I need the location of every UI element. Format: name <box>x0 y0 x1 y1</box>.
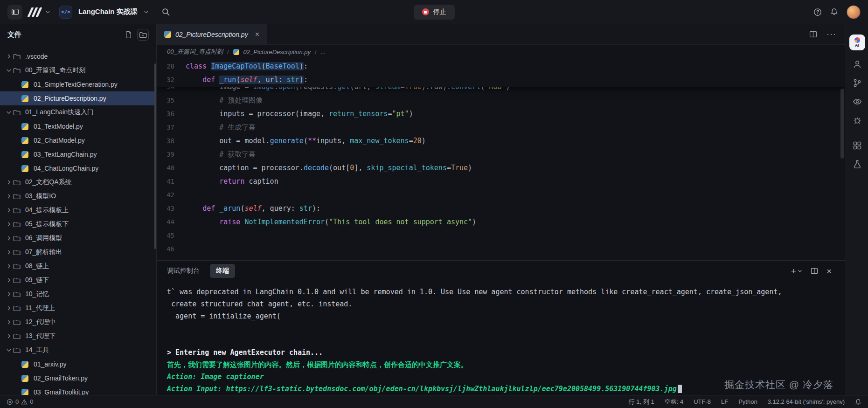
tree-file-item[interactable]: 02_PictureDescription.py <box>0 91 156 105</box>
agent-icon[interactable] <box>853 60 862 69</box>
close-panel-icon[interactable]: × <box>826 267 832 276</box>
sidebar-scrollbar[interactable] <box>154 63 156 249</box>
tree-item-label: 02_GmailToken.py <box>34 374 88 382</box>
stop-button[interactable]: 停止 <box>414 5 455 20</box>
chevron-right-icon <box>5 180 13 185</box>
tree-folder-item[interactable]: 08_链上 <box>0 259 156 273</box>
folder-icon <box>13 290 22 298</box>
tree-folder-item[interactable]: 02_文档QA系统 <box>0 175 156 189</box>
new-terminal-button[interactable]: + <box>791 267 802 276</box>
statusbar-left: 0 0 <box>7 398 33 405</box>
source-control-icon[interactable] <box>853 78 862 88</box>
new-file-icon[interactable] <box>125 31 132 39</box>
workspace-name[interactable]: LangChain 实战课 <box>78 7 138 16</box>
code-line: 40 caption = processor.decode(out[0], sk… <box>157 161 846 175</box>
plus-icon: + <box>791 267 796 276</box>
tree-file-item[interactable]: 03_TextLangChain.py <box>0 147 156 161</box>
titlebar: </> LangChain 实战课 停止 <box>0 0 868 24</box>
help-icon[interactable] <box>813 8 822 16</box>
terminal-cursor <box>678 385 682 393</box>
editor-column: 02_PictureDescription.py × ··· 00_开篇词_奇点… <box>157 24 846 395</box>
indentation[interactable]: 空格: 4 <box>665 398 683 406</box>
bottom-panel: 调试控制台 终端 + × t` was deprecated in LangCh… <box>157 260 846 395</box>
breadcrumb-file[interactable]: 02_PictureDescription.py <box>243 48 311 55</box>
tree-folder-item[interactable]: 03_模型IO <box>0 189 156 203</box>
line-number: 42 <box>157 188 186 202</box>
editor-tab[interactable]: 02_PictureDescription.py × <box>157 24 267 44</box>
tree-file-item[interactable]: 02_ChatModel.py <box>0 133 156 147</box>
code-line: 44 raise NotImplementedError("This tool … <box>157 215 846 229</box>
tree-folder-item[interactable]: .vscode <box>0 49 156 63</box>
chevron-down-icon[interactable] <box>144 9 149 14</box>
line-number: 38 <box>157 134 186 148</box>
preview-icon[interactable] <box>853 97 862 106</box>
tree-item-label: 01_TextModel.py <box>34 123 83 130</box>
tab-terminal[interactable]: 终端 <box>210 264 235 278</box>
folder-icon <box>13 235 22 242</box>
tree-folder-item[interactable]: 12_代理中 <box>0 315 156 329</box>
bell-icon[interactable] <box>830 8 838 16</box>
tree-folder-item[interactable]: 11_代理上 <box>0 301 156 315</box>
ai-assistant-icon[interactable]: AI <box>849 35 865 50</box>
watermark: 掘金技术社区 @ 冷夕落 <box>724 378 833 391</box>
python-icon <box>21 361 31 368</box>
tree-folder-item[interactable]: 09_链下 <box>0 273 156 287</box>
statusbar: 0 0 行 1, 列 1 空格: 4 UTF-8 LF Python 3.12.… <box>0 395 868 408</box>
line-number: 40 <box>157 161 186 175</box>
python-interpreter[interactable]: 3.12.2 64-bit ('shims': pyenv) <box>768 398 845 405</box>
scrollbar-thumb[interactable] <box>840 89 844 159</box>
split-editor-icon[interactable] <box>809 30 817 38</box>
avatar[interactable] <box>847 5 861 19</box>
chevron-down-icon <box>5 347 13 353</box>
tree-file-item[interactable]: 01_arxiv.py <box>0 357 156 371</box>
search-icon[interactable] <box>161 7 170 16</box>
tree-file-item[interactable]: 01_SimpleTextGeneration.py <box>0 77 156 91</box>
line-number: 32 <box>157 73 186 87</box>
tree-item-label: 00_开篇词_奇点时刻 <box>25 66 85 75</box>
split-panel-icon[interactable] <box>811 267 818 275</box>
tree-file-item[interactable]: 02_GmailToken.py <box>0 371 156 385</box>
chevron-down-icon[interactable] <box>45 9 50 14</box>
file-tree: .vscode00_开篇词_奇点时刻01_SimpleTextGeneratio… <box>0 45 156 395</box>
editor-tab-label: 02_PictureDescription.py <box>175 31 248 38</box>
tree-folder-item[interactable]: 04_提示模板上 <box>0 203 156 217</box>
tree-file-item[interactable]: 03_GmailToolkit.py <box>0 385 156 395</box>
chevron-right-icon <box>5 249 13 255</box>
close-icon[interactable]: × <box>255 30 259 39</box>
language-mode[interactable]: Python <box>738 398 757 405</box>
tab-debug-console[interactable]: 调试控制台 <box>167 267 200 275</box>
tree-folder-item[interactable]: 05_提示模板下 <box>0 217 156 231</box>
tree-folder-item[interactable]: 10_记忆 <box>0 287 156 301</box>
tree-folder-item[interactable]: 07_解析输出 <box>0 245 156 259</box>
tree-file-item[interactable]: 01_TextModel.py <box>0 119 156 133</box>
error-count: 0 <box>15 398 19 405</box>
eol-sequence[interactable]: LF <box>721 398 728 405</box>
experiments-icon[interactable] <box>853 159 862 169</box>
python-icon <box>21 151 31 158</box>
breadcrumb-folder[interactable]: 00_开篇词_奇点时刻 <box>167 48 223 56</box>
problems-indicator[interactable]: 0 0 <box>7 398 33 405</box>
debug-icon[interactable] <box>853 116 862 125</box>
tree-folder-item[interactable]: 01_LangChain快速入门 <box>0 105 156 119</box>
tree-folder-item[interactable]: 13_代理下 <box>0 329 156 343</box>
more-actions-icon[interactable]: ··· <box>826 29 836 39</box>
tree-item-label: 04_ChatLongChain.py <box>34 165 98 172</box>
cursor-position[interactable]: 行 1, 列 1 <box>629 398 654 406</box>
line-number: 41 <box>157 175 186 188</box>
notifications-bell-icon[interactable] <box>855 399 861 405</box>
app-logo-icon[interactable] <box>29 7 40 17</box>
tree-item-label: 11_代理上 <box>25 304 55 312</box>
encoding[interactable]: UTF-8 <box>694 398 711 405</box>
tree-item-label: 03_GmailToolkit.py <box>34 388 89 395</box>
tree-file-item[interactable]: 04_ChatLongChain.py <box>0 161 156 175</box>
layout-toggle-button[interactable] <box>7 5 22 20</box>
new-folder-icon[interactable] <box>137 29 149 41</box>
tree-folder-item[interactable]: 14_工具 <box>0 343 156 357</box>
editor-scrollbar[interactable] <box>840 59 845 260</box>
line-number: 43 <box>157 202 186 215</box>
tree-folder-item[interactable]: 06_调用模型 <box>0 231 156 245</box>
breadcrumb-more[interactable]: ... <box>321 48 326 55</box>
extensions-icon[interactable] <box>853 141 862 150</box>
tree-folder-item[interactable]: 00_开篇词_奇点时刻 <box>0 63 156 77</box>
code-editor[interactable]: 28class ImageCapTool(BaseTool):32 def _r… <box>157 59 846 260</box>
